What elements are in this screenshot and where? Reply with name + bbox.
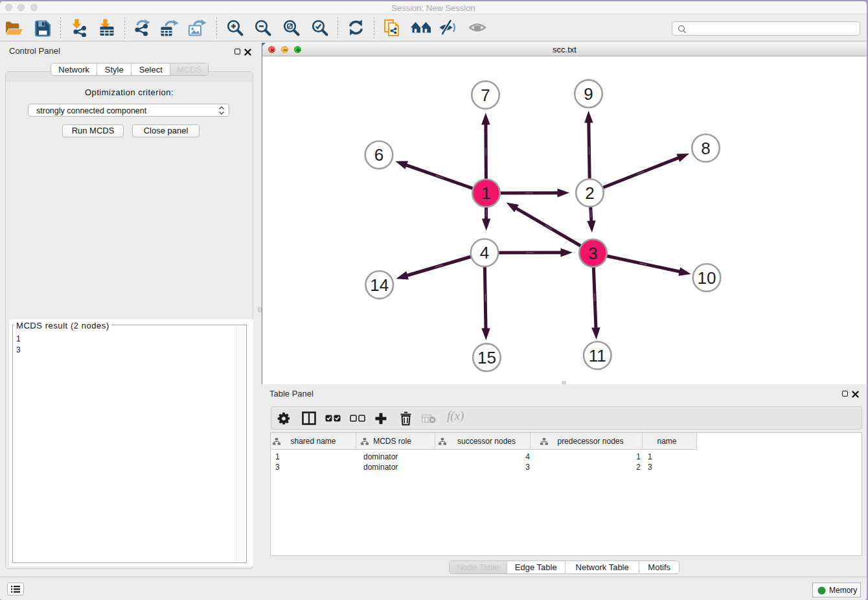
svg-text:10: 10 bbox=[698, 268, 716, 288]
svg-text:4: 4 bbox=[480, 243, 489, 262]
svg-text:14: 14 bbox=[370, 275, 389, 295]
svg-text:7: 7 bbox=[481, 86, 490, 105]
svg-text:9: 9 bbox=[584, 84, 593, 104]
svg-text:1: 1 bbox=[481, 183, 490, 203]
svg-text:11: 11 bbox=[589, 346, 606, 365]
svg-text:8: 8 bbox=[701, 139, 710, 158]
svg-text:6: 6 bbox=[374, 145, 383, 165]
svg-text:3: 3 bbox=[588, 244, 597, 263]
svg-text:15: 15 bbox=[477, 348, 496, 367]
svg-text:2: 2 bbox=[585, 183, 594, 203]
